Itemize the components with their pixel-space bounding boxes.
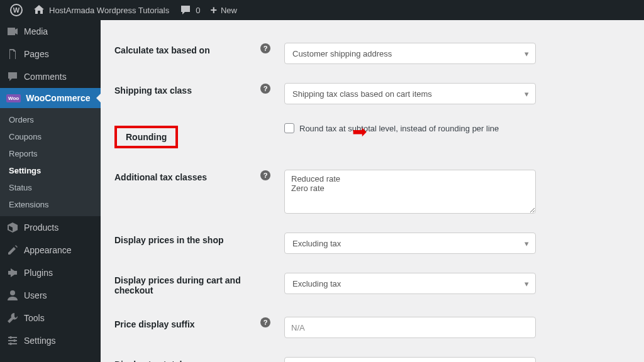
submenu-coupons[interactable]: Coupons: [0, 128, 101, 145]
display-cart-label: Display prices during cart and checkout: [114, 275, 241, 295]
sidebar-item-comments[interactable]: Comments: [0, 65, 101, 88]
ship-tax-select[interactable]: Shipping tax class based on cart items: [284, 83, 536, 104]
sidebar-item-pages[interactable]: Pages: [0, 43, 101, 65]
sidebar-item-label: Users: [24, 290, 47, 300]
sidebar-item-woocommerce[interactable]: Woo WooCommerce: [0, 88, 101, 108]
admin-bar: W HostArmada Wordpress Tutorials 0 + New: [0, 0, 644, 20]
sidebar-item-label: Plugins: [24, 268, 53, 278]
woo-icon: Woo: [6, 94, 21, 102]
woocommerce-submenu: Orders Coupons Reports Settings Status E…: [0, 108, 101, 216]
price-suffix-label: Price display suffix: [114, 319, 195, 329]
admin-sidebar: Media Pages Comments Woo WooCommerce Ord…: [0, 20, 101, 362]
help-icon[interactable]: ?: [260, 317, 270, 327]
wp-logo-button[interactable]: W: [5, 0, 28, 20]
submenu-orders[interactable]: Orders: [0, 111, 101, 128]
sidebar-item-tools[interactable]: Tools: [0, 307, 101, 329]
rounding-highlight: Rounding: [114, 126, 178, 148]
submenu-settings[interactable]: Settings: [0, 162, 101, 179]
appearance-icon: [6, 244, 19, 256]
media-icon: [6, 25, 19, 38]
sidebar-item-label: Settings: [24, 336, 56, 346]
display-totals-select[interactable]: Itemized: [284, 357, 536, 362]
site-link[interactable]: HostArmada Wordpress Tutorials: [28, 0, 174, 20]
new-label: New: [221, 6, 237, 15]
submenu-extensions[interactable]: Extensions: [0, 196, 101, 213]
sidebar-item-label: Comments: [24, 72, 67, 82]
calc-tax-select[interactable]: Customer shipping address: [284, 43, 536, 64]
pages-icon: [6, 48, 19, 60]
calc-tax-label: Calculate tax based on: [114, 45, 210, 55]
display-totals-label: Display tax totals: [114, 359, 187, 362]
sidebar-item-label: Tools: [24, 313, 45, 323]
additional-tax-label: Additional tax classes: [114, 172, 207, 182]
arrow-icon: ➡: [352, 123, 367, 141]
display-shop-label: Display prices in the shop: [114, 235, 224, 245]
comments-icon: [6, 70, 19, 83]
sidebar-item-label: Media: [24, 26, 48, 36]
svg-point-6: [9, 343, 12, 345]
products-icon: [6, 221, 19, 234]
site-name: HostArmada Wordpress Tutorials: [49, 6, 169, 15]
sidebar-item-media[interactable]: Media: [0, 20, 101, 43]
new-content-button[interactable]: + New: [205, 0, 242, 20]
rounding-checkbox-label: Round tax at subtotal level, instead of …: [299, 124, 499, 133]
help-icon[interactable]: ?: [260, 84, 270, 94]
svg-point-4: [9, 336, 12, 339]
comments-count: 0: [196, 6, 200, 15]
sidebar-item-plugins[interactable]: Plugins: [0, 261, 101, 284]
sidebar-item-products[interactable]: Products: [0, 216, 101, 239]
sidebar-item-label: Pages: [24, 49, 49, 59]
sidebar-item-users[interactable]: Users: [0, 284, 101, 307]
comment-icon: [179, 4, 192, 16]
users-icon: [6, 289, 19, 302]
additional-tax-textarea[interactable]: Reduced rate Zero rate: [284, 170, 536, 214]
display-cart-select[interactable]: Excluding tax: [284, 273, 536, 294]
home-icon: [33, 4, 45, 16]
help-icon[interactable]: ?: [260, 43, 270, 53]
rounding-label: Rounding: [126, 132, 167, 142]
wordpress-icon: W: [10, 4, 23, 16]
help-icon[interactable]: ?: [260, 170, 270, 180]
plugins-icon: [6, 266, 19, 279]
plus-icon: +: [210, 4, 217, 17]
submenu-status[interactable]: Status: [0, 179, 101, 196]
settings-form: Calculate tax based on ? Customer shippi…: [101, 20, 644, 362]
ship-tax-label: Shipping tax class: [114, 85, 192, 96]
svg-point-0: [10, 290, 15, 295]
sidebar-item-label: WooCommerce: [26, 93, 90, 103]
sidebar-item-appearance[interactable]: Appearance: [0, 239, 101, 261]
tools-icon: [6, 312, 19, 324]
submenu-reports[interactable]: Reports: [0, 145, 101, 162]
comments-link[interactable]: 0: [174, 0, 205, 20]
sidebar-item-label: Appearance: [24, 245, 72, 255]
rounding-checkbox[interactable]: [284, 123, 294, 133]
svg-point-5: [13, 339, 16, 342]
settings-icon: [6, 334, 19, 347]
sidebar-item-settings[interactable]: Settings: [0, 329, 101, 352]
display-shop-select[interactable]: Excluding tax: [284, 233, 536, 254]
sidebar-item-label: Products: [24, 222, 58, 233]
price-suffix-input[interactable]: N/A: [284, 317, 536, 338]
